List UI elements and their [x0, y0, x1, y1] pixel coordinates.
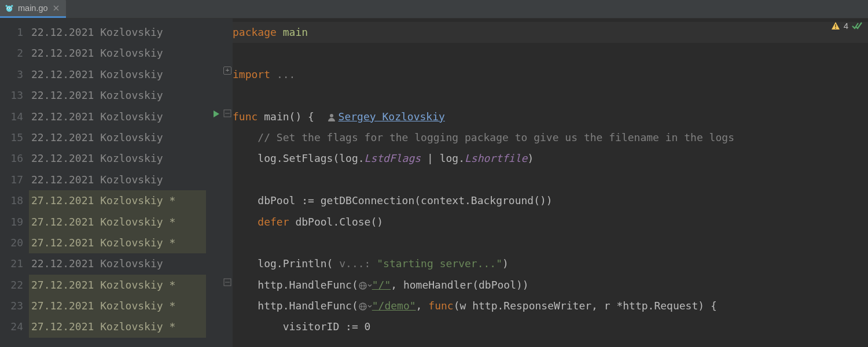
- gutter-row[interactable]: 1522.12.2021 Kozlovskiy: [0, 127, 206, 148]
- line-number: 17: [0, 169, 29, 190]
- fold-collapse-icon[interactable]: [223, 109, 231, 117]
- blame-annotation[interactable]: 22.12.2021 Kozlovskiy: [29, 43, 206, 64]
- code-line[interactable]: http.HandleFunc("/", homeHandler(dbPool)…: [233, 275, 868, 296]
- file-tab[interactable]: main.go: [0, 0, 66, 18]
- gutter-row[interactable]: 1827.12.2021 Kozlovskiy *: [0, 190, 206, 211]
- line-number: 19: [0, 212, 29, 232]
- code-line[interactable]: visitorID := 0: [233, 316, 868, 337]
- fold-expand-icon[interactable]: +: [223, 67, 231, 75]
- person-icon: [327, 113, 336, 122]
- blame-annotation[interactable]: 27.12.2021 Kozlovskiy *: [29, 232, 206, 253]
- go-file-icon: [5, 3, 14, 13]
- code-line[interactable]: [233, 43, 868, 64]
- gutter-row[interactable]: 2122.12.2021 Kozlovskiy: [0, 253, 206, 274]
- code-line[interactable]: [233, 85, 868, 106]
- gutter-row[interactable]: 1422.12.2021 Kozlovskiy: [0, 106, 206, 127]
- gutter-row[interactable]: 2227.12.2021 Kozlovskiy *: [0, 275, 206, 296]
- close-icon[interactable]: [52, 4, 60, 12]
- line-number: 1: [0, 22, 29, 43]
- blame-annotation[interactable]: 22.12.2021 Kozlovskiy: [29, 64, 206, 85]
- tab-filename: main.go: [18, 3, 48, 13]
- line-number: 14: [0, 106, 29, 127]
- code-line[interactable]: [233, 169, 868, 190]
- blame-annotation[interactable]: 22.12.2021 Kozlovskiy: [29, 253, 206, 274]
- blame-annotation[interactable]: 27.12.2021 Kozlovskiy *: [29, 190, 206, 211]
- fold-collapse-icon[interactable]: [223, 278, 231, 286]
- gutter-row[interactable]: 122.12.2021 Kozlovskiy: [0, 22, 206, 43]
- gutter-row[interactable]: 2427.12.2021 Kozlovskiy *: [0, 316, 206, 337]
- blame-annotation[interactable]: 22.12.2021 Kozlovskiy: [29, 106, 206, 127]
- warning-icon: [831, 21, 840, 31]
- gutter-row[interactable]: 2327.12.2021 Kozlovskiy *: [0, 296, 206, 316]
- code-line[interactable]: func main() { Sergey Kozlovskiy: [233, 106, 868, 127]
- line-number: 2: [0, 43, 29, 64]
- svg-point-2: [11, 5, 13, 6]
- blame-annotation[interactable]: 22.12.2021 Kozlovskiy: [29, 22, 206, 43]
- line-number: 21: [0, 253, 29, 274]
- svg-rect-12: [835, 28, 836, 29]
- gutter-annotations: 122.12.2021 Kozlovskiy222.12.2021 Kozlov…: [0, 19, 206, 347]
- gutter-row[interactable]: 222.12.2021 Kozlovskiy: [0, 43, 206, 64]
- gutter-row[interactable]: 322.12.2021 Kozlovskiy: [0, 64, 206, 85]
- svg-point-5: [8, 8, 9, 8]
- blame-annotation[interactable]: 27.12.2021 Kozlovskiy *: [29, 212, 206, 232]
- param-hint: v...:: [333, 257, 377, 270]
- globe-icon[interactable]: [358, 302, 372, 311]
- code-line[interactable]: log.Println( v...: "starting server..."): [233, 253, 868, 274]
- gutter-row[interactable]: 1722.12.2021 Kozlovskiy: [0, 169, 206, 190]
- warning-count: 4: [844, 21, 848, 31]
- gutter-row[interactable]: 2027.12.2021 Kozlovskiy *: [0, 232, 206, 253]
- svg-rect-11: [835, 24, 836, 27]
- gutter-row[interactable]: 1622.12.2021 Kozlovskiy: [0, 148, 206, 169]
- gutter-icons: +: [206, 19, 233, 347]
- blame-annotation[interactable]: 22.12.2021 Kozlovskiy: [29, 169, 206, 190]
- author-inlay[interactable]: Sergey Kozlovskiy: [339, 110, 445, 123]
- analysis-ok-icon: [852, 21, 862, 31]
- code-line[interactable]: dbPool := getDBConnection(context.Backgr…: [233, 190, 868, 211]
- code-line[interactable]: defer dbPool.Close(): [233, 212, 868, 232]
- editor: 122.12.2021 Kozlovskiy222.12.2021 Kozlov…: [0, 19, 868, 347]
- line-number: 18: [0, 190, 29, 211]
- svg-point-13: [330, 114, 333, 117]
- blame-annotation[interactable]: 22.12.2021 Kozlovskiy: [29, 148, 206, 169]
- code-line[interactable]: log.SetFlags(log.LstdFlags | log.Lshortf…: [233, 148, 868, 169]
- code-line[interactable]: import ...: [233, 64, 868, 85]
- code-line[interactable]: [233, 232, 868, 253]
- globe-icon[interactable]: [358, 281, 372, 290]
- blame-annotation[interactable]: 27.12.2021 Kozlovskiy *: [29, 275, 206, 296]
- gutter-row[interactable]: 1322.12.2021 Kozlovskiy: [0, 85, 206, 106]
- line-number: 22: [0, 275, 29, 296]
- line-number: 20: [0, 232, 29, 253]
- line-number: 15: [0, 127, 29, 148]
- svg-point-1: [6, 5, 8, 6]
- blame-annotation[interactable]: 22.12.2021 Kozlovskiy: [29, 85, 206, 106]
- blame-annotation[interactable]: 22.12.2021 Kozlovskiy: [29, 127, 206, 148]
- run-icon[interactable]: [212, 109, 221, 119]
- code-line[interactable]: package main: [233, 22, 868, 43]
- blame-annotation[interactable]: 27.12.2021 Kozlovskiy *: [29, 316, 206, 337]
- blame-annotation[interactable]: 27.12.2021 Kozlovskiy *: [29, 296, 206, 316]
- line-number: 23: [0, 296, 29, 316]
- inspections-widget[interactable]: 4: [831, 21, 862, 31]
- code-line[interactable]: http.HandleFunc("/demo", func(w http.Res…: [233, 296, 868, 316]
- svg-point-6: [10, 8, 11, 8]
- tab-bar: main.go: [0, 0, 868, 19]
- gutter-row[interactable]: 1927.12.2021 Kozlovskiy *: [0, 212, 206, 232]
- line-number: 24: [0, 316, 29, 337]
- line-number: 3: [0, 64, 29, 85]
- line-number: 16: [0, 148, 29, 169]
- code-line[interactable]: // Set the flags for the logging package…: [233, 127, 868, 148]
- code-area[interactable]: 4 package main import ... func main() { …: [233, 19, 868, 347]
- svg-point-0: [6, 5, 12, 11]
- line-number: 13: [0, 85, 29, 106]
